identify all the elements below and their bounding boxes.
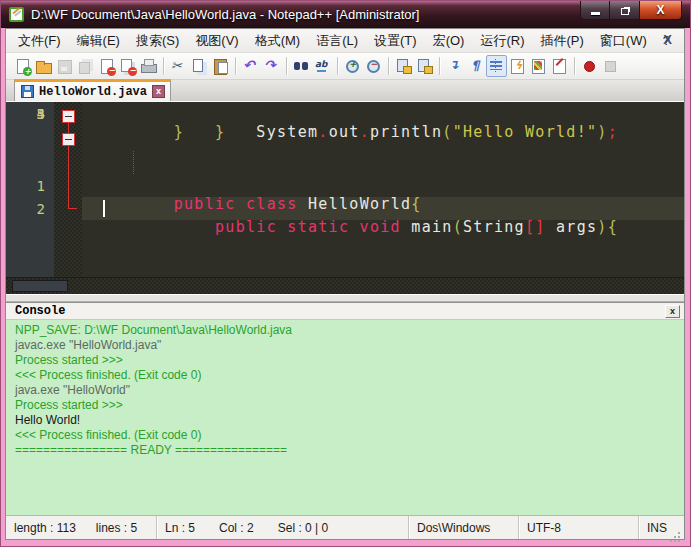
menu-run[interactable]: 运行(R) [472, 29, 532, 53]
word-wrap-button[interactable] [444, 55, 465, 77]
toolbar-icon [212, 58, 229, 74]
toolbar-icon [77, 58, 94, 74]
sync-vertical-button[interactable] [393, 55, 414, 77]
tab-helloworld-java[interactable]: HelloWorld.java x [14, 79, 171, 101]
save-all-button[interactable] [75, 55, 96, 77]
code-segment: . [318, 123, 328, 141]
console-line: Process started >>> [15, 398, 684, 413]
line-number: 5 [6, 106, 54, 122]
toolbar-icon [263, 58, 280, 74]
console-panel-header[interactable]: Console x [6, 302, 684, 320]
toolbar-icon [35, 58, 52, 74]
code-segment [546, 218, 556, 236]
print-button[interactable] [138, 55, 159, 77]
title-bar[interactable]: D:\WF Document\Java\HelloWorld.java - No… [1, 1, 690, 28]
eol-format-value: Dos\Windows [417, 521, 490, 535]
toolbar-icon [119, 58, 136, 74]
new-file-button[interactable] [12, 55, 33, 77]
console-line: Process started >>> [15, 353, 684, 368]
code-segment: public static void [215, 218, 401, 236]
function-list-button[interactable] [507, 55, 528, 77]
restore-button[interactable] [610, 1, 640, 20]
code-segment [401, 218, 411, 236]
code-segment: System [256, 123, 318, 141]
horizontal-scrollbar[interactable] [6, 277, 684, 294]
menu-language[interactable]: 语言(L) [308, 29, 366, 53]
zoom-in-button[interactable] [342, 55, 363, 77]
separator [388, 57, 389, 75]
toolbar-icon [509, 58, 526, 74]
window-title: D:\WF Document\Java\HelloWorld.java - No… [31, 7, 419, 22]
open-file-button[interactable] [33, 55, 54, 77]
code-segment: println [370, 123, 442, 141]
toolbar-icon [446, 58, 463, 74]
redo-button[interactable] [261, 55, 282, 77]
minimize-button[interactable] [580, 1, 610, 20]
code-segment: . [360, 123, 370, 141]
resize-grip[interactable] [675, 525, 681, 537]
status-bar: length : 113 lines : 5 Ln : 5 Col : 2 Se… [6, 515, 684, 539]
scrollbar-thumb[interactable] [12, 280, 68, 292]
find-button[interactable] [291, 55, 312, 77]
copy-button[interactable] [189, 55, 210, 77]
saved-file-icon [21, 85, 34, 98]
close-button[interactable]: X [640, 1, 682, 20]
macro-record-button[interactable] [579, 55, 600, 77]
toolbar-icon [581, 58, 598, 74]
paste-button[interactable] [210, 55, 231, 77]
separator [574, 57, 575, 75]
menu-plugins[interactable]: 插件(P) [532, 29, 591, 53]
status-encoding[interactable]: UTF-8 [518, 516, 638, 539]
code-segment: ( [453, 218, 463, 236]
menu-encoding[interactable]: 格式(M) [247, 29, 309, 53]
toolbar-icon [14, 58, 31, 74]
separator [235, 57, 236, 75]
panel-splitter[interactable] [6, 294, 684, 302]
console-output[interactable]: NPP_SAVE: D:\WF Document\Java\HelloWorld… [6, 320, 684, 515]
indent-guide-line [133, 151, 134, 174]
menu-settings[interactable]: 设置(T) [366, 29, 425, 53]
menu-view[interactable]: 视图(V) [187, 29, 246, 53]
toolbar-icon [530, 58, 547, 74]
show-all-characters-button[interactable] [465, 55, 486, 77]
toolbar-icon [56, 58, 73, 74]
console-close-icon[interactable]: x [665, 305, 680, 318]
toolbar-icon [314, 58, 331, 74]
client-area: X 文件(F) 编辑(E) 搜索(S) 视图(V) 格式(M) 语言(L) 设置… [5, 28, 685, 540]
document-close-icon[interactable]: X [663, 32, 672, 47]
fold-collapse-icon[interactable] [62, 110, 75, 123]
close-file-button[interactable] [96, 55, 117, 77]
cut-button[interactable] [168, 55, 189, 77]
tab-bar: HelloWorld.java x [6, 80, 684, 102]
zoom-out-button[interactable] [363, 55, 384, 77]
menu-edit[interactable]: 编辑(E) [69, 29, 128, 53]
status-selection: Sel : 0 | 0 [278, 521, 328, 535]
tab-label: HelloWorld.java [39, 85, 147, 99]
code-segment: ){ [597, 218, 618, 236]
menu-macro[interactable]: 宏(O) [425, 29, 473, 53]
save-file-button[interactable] [54, 55, 75, 77]
macro-stop-button[interactable] [600, 55, 621, 77]
toolbar-icon [602, 58, 619, 74]
undo-button[interactable] [240, 55, 261, 77]
menu-file[interactable]: 文件(F) [10, 29, 69, 53]
replace-button[interactable] [312, 55, 333, 77]
indent-guide-button[interactable] [486, 55, 507, 77]
document-map-button[interactable] [528, 55, 549, 77]
user-defined-language-button[interactable] [549, 55, 570, 77]
toolbar-icon [551, 58, 568, 74]
menu-window[interactable]: 窗口(W) [592, 29, 655, 53]
status-insert-mode[interactable]: INS [638, 516, 675, 539]
sync-horizontal-button[interactable] [414, 55, 435, 77]
menu-search[interactable]: 搜索(S) [128, 29, 187, 53]
tab-close-icon[interactable]: x [152, 85, 165, 98]
status-column: Col : 2 [219, 521, 254, 535]
console-line: ================ READY ================ [15, 443, 684, 458]
status-eol-format[interactable]: Dos\Windows [408, 516, 518, 539]
fold-collapse-icon[interactable] [62, 133, 75, 146]
code-text: public static void main(String[] args){ [82, 182, 618, 236]
close-all-button[interactable] [117, 55, 138, 77]
code-segment [174, 218, 215, 236]
code-editor[interactable]: 1 public class HelloWorld{ 2 public stat… [6, 102, 684, 294]
menu-bar: X 文件(F) 编辑(E) 搜索(S) 视图(V) 格式(M) 语言(L) 设置… [6, 29, 684, 53]
